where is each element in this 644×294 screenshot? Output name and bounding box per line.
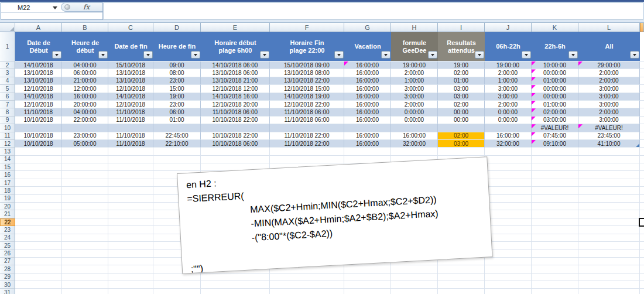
- cell-E31[interactable]: [201, 289, 270, 294]
- filter-button-C[interactable]: [143, 51, 153, 59]
- cell-D6[interactable]: 19:00: [153, 93, 201, 101]
- cell-D11[interactable]: 22:45:00: [153, 132, 201, 140]
- row-header-21[interactable]: 21: [0, 210, 15, 218]
- cell-G13[interactable]: [344, 148, 391, 155]
- cell-B2[interactable]: 04:00:00: [62, 61, 108, 69]
- cell-D7[interactable]: 23:00: [153, 101, 201, 108]
- cell-M14[interactable]: [640, 156, 644, 163]
- cell-E6[interactable]: 14/10/2018 16:00: [201, 93, 270, 101]
- cell-B26[interactable]: [62, 249, 108, 257]
- cell-E11[interactable]: 10/10/2018 22:00: [201, 132, 270, 140]
- row-header-10[interactable]: 10: [0, 124, 15, 132]
- cell-B4[interactable]: 21:00:00: [62, 77, 108, 85]
- row-header-25[interactable]: 25: [0, 242, 15, 249]
- cell-K24[interactable]: [532, 234, 578, 242]
- cell-L22[interactable]: [578, 218, 640, 226]
- cell-J16[interactable]: [485, 171, 532, 179]
- cell-B28[interactable]: [62, 265, 108, 273]
- cell-K15[interactable]: [532, 163, 578, 171]
- cell-K5[interactable]: 00:00:00: [532, 85, 578, 93]
- cell-C8[interactable]: 11/10/2018: [108, 108, 153, 116]
- cell-K29[interactable]: [532, 274, 578, 281]
- cell-F29[interactable]: [270, 274, 344, 281]
- cell-J7[interactable]: 2:00:00: [485, 101, 532, 108]
- filter-button-J[interactable]: [522, 51, 531, 59]
- cell-L5[interactable]: 3:00:00: [578, 85, 640, 93]
- cell-A17[interactable]: [15, 179, 62, 187]
- cell-B8[interactable]: 04:00:00: [62, 108, 108, 116]
- cell-M6[interactable]: [640, 93, 644, 101]
- cell-D5[interactable]: 15:00: [153, 85, 201, 93]
- cell-M17[interactable]: [640, 179, 644, 187]
- cell-M1[interactable]: [640, 32, 644, 61]
- cell-A31[interactable]: [15, 289, 62, 294]
- cell-D30[interactable]: [153, 281, 201, 289]
- row-header-1[interactable]: 1: [0, 32, 15, 61]
- cell-I9[interactable]: 00:00: [438, 117, 485, 124]
- cell-J20[interactable]: [485, 203, 532, 210]
- cell-F31[interactable]: [270, 289, 344, 294]
- cell-L11[interactable]: 23:45:00: [578, 132, 640, 140]
- cell-C3[interactable]: 13/10/2018: [108, 69, 153, 77]
- cell-A9[interactable]: 10/10/2018: [15, 117, 62, 124]
- cell-E14[interactable]: [201, 156, 270, 163]
- cell-E10[interactable]: [201, 124, 270, 132]
- cell-I3[interactable]: 02:00: [438, 69, 485, 77]
- column-header-A[interactable]: A: [15, 23, 62, 32]
- cell-F13[interactable]: [270, 148, 344, 155]
- column-header-M-partial[interactable]: [640, 23, 644, 32]
- cell-C27[interactable]: [108, 258, 153, 265]
- cell-D14[interactable]: [153, 156, 201, 163]
- filter-button-B[interactable]: [98, 51, 108, 59]
- filter-button-E[interactable]: [260, 51, 269, 59]
- filter-button-H[interactable]: [428, 51, 437, 59]
- cell-F12[interactable]: 11/10/2018 22:00: [270, 140, 344, 148]
- cell-B7[interactable]: 20:00:00: [62, 101, 108, 108]
- cell-L23[interactable]: [578, 226, 640, 234]
- cell-L15[interactable]: [578, 163, 640, 171]
- cell-F30[interactable]: [270, 281, 344, 289]
- cell-A4[interactable]: 13/10/2018: [15, 77, 62, 85]
- cell-A11[interactable]: 10/10/2018: [15, 132, 62, 140]
- cell-I13[interactable]: [438, 148, 485, 155]
- row-header-2[interactable]: 2: [0, 61, 15, 69]
- cell-B19[interactable]: [62, 195, 108, 203]
- cell-M10[interactable]: [640, 124, 644, 132]
- column-header-H[interactable]: H: [391, 23, 438, 32]
- cell-G5[interactable]: 16:00:00: [344, 85, 391, 93]
- cell-J3[interactable]: 2:00:00: [485, 69, 532, 77]
- cell-A18[interactable]: [15, 187, 62, 194]
- cell-G30[interactable]: [344, 281, 391, 289]
- cell-K21[interactable]: [532, 210, 578, 218]
- cell-L27[interactable]: [578, 258, 640, 265]
- cell-G10[interactable]: [344, 124, 391, 132]
- column-header-L[interactable]: L: [578, 23, 640, 32]
- column-header-C[interactable]: C: [108, 23, 153, 32]
- cell-M9[interactable]: [640, 117, 644, 124]
- header-cell-C[interactable]: Date de fin: [108, 32, 153, 61]
- column-header-B[interactable]: B: [62, 23, 108, 32]
- cell-K22[interactable]: [532, 218, 578, 226]
- cell-E8[interactable]: 11/10/2018 06:00: [201, 108, 270, 116]
- row-header-4[interactable]: 4: [0, 77, 15, 85]
- cell-K31[interactable]: [532, 289, 578, 294]
- cell-B10[interactable]: [62, 124, 108, 132]
- cell-G7[interactable]: 16:00:00: [344, 101, 391, 108]
- cell-D29[interactable]: [153, 274, 201, 281]
- cell-A30[interactable]: [15, 281, 62, 289]
- cell-E4[interactable]: 13/10/2018 21:00: [201, 77, 270, 85]
- cell-L21[interactable]: [578, 210, 640, 218]
- cell-J11[interactable]: 16:00:00: [485, 132, 532, 140]
- cell-B20[interactable]: [62, 203, 108, 210]
- cell-M27[interactable]: [640, 258, 644, 265]
- cell-B6[interactable]: 16:00:00: [62, 93, 108, 101]
- formula-annotation-box[interactable]: en H2 :=SIERREUR( MAX($C2+Hmin;MIN($C2+H…: [177, 156, 493, 274]
- header-cell-F[interactable]: Horaire Fin plage 22:00: [270, 32, 344, 61]
- row-header-23[interactable]: 23: [0, 226, 15, 234]
- cell-B29[interactable]: [62, 274, 108, 281]
- cell-B3[interactable]: 06:00:00: [62, 69, 108, 77]
- filter-button-D[interactable]: [191, 51, 200, 59]
- cell-A27[interactable]: [15, 258, 62, 265]
- cell-C19[interactable]: [108, 195, 153, 203]
- row-header-5[interactable]: 5: [0, 85, 15, 93]
